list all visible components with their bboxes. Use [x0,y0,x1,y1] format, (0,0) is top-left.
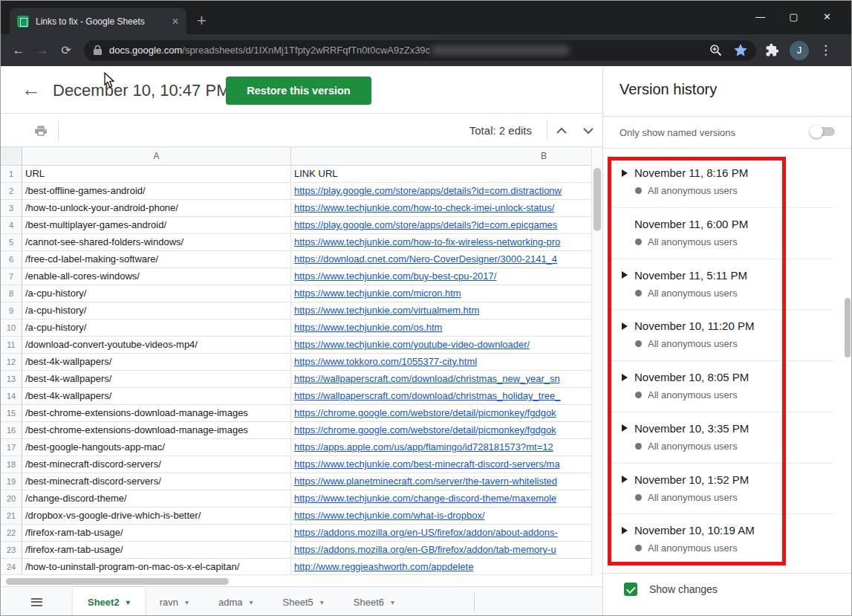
cell-url[interactable]: /best-minecraft-discord-servers/ [22,456,291,473]
cell-url[interactable]: /how-to-uninstall-program-on-mac-os-x-el… [22,559,291,574]
address-bar[interactable]: docs.google.com/spreadsheets/d/1IXnMj1Tf… [84,40,756,61]
cell-link-url[interactable]: https://www.techjunkie.com/how-to-fix-wi… [291,234,591,250]
show-changes-checkbox[interactable] [624,583,637,596]
show-changes-row[interactable]: Show changes [624,583,718,596]
cell-url[interactable]: /firefox-ram-tab-usage/ [22,525,291,541]
cell-url[interactable]: /a-cpu-history/ [22,285,291,302]
expand-triangle-icon[interactable] [622,527,628,534]
cell-link-url[interactable]: https://chrome.google.com/webstore/detai… [291,405,591,421]
previous-edit-chevron-up-icon[interactable] [556,127,568,134]
expand-triangle-icon[interactable] [622,322,628,330]
row-header[interactable]: 17 [1,439,22,455]
version-list-item[interactable]: November 11, 6:00 PM All anonymous users [608,208,833,259]
row-header[interactable]: 23 [1,542,22,558]
zoom-icon[interactable] [709,44,722,56]
cell-link-url[interactable]: http://www.reggieashworth.com/appdelete [291,559,591,574]
row-header[interactable]: 9 [1,302,22,319]
cell-link-url[interactable]: https://www.techjunkie.com/virtualmem.ht… [291,302,591,319]
select-all-corner[interactable] [1,147,22,165]
cell-url[interactable]: /best-4k-wallpapers/ [22,371,291,387]
cell-link-url[interactable]: https://play.google.com/store/apps/detai… [291,217,591,233]
maximize-button[interactable]: ▢ [777,5,810,27]
exit-history-back-icon[interactable]: ← [22,80,41,99]
tab-close-icon[interactable]: ✕ [172,16,179,27]
row-header[interactable]: 24 [1,559,22,574]
cell-link-url[interactable]: https://addons.mozilla.org/en-US/firefox… [291,525,591,541]
row-header[interactable]: 3 [1,200,22,216]
version-list-item[interactable]: November 10, 8:05 PM All anonymous users [608,361,833,412]
sheet-tab-caret-icon[interactable]: ▾ [185,598,189,606]
cell-url[interactable]: /best-offline-games-android/ [22,183,291,199]
row-header[interactable]: 2 [1,183,22,199]
version-list-item[interactable]: November 10, 10:19 AM All anonymous user… [608,514,833,565]
cell-link-url[interactable]: https://www.techjunkie.com/os.htm [291,320,591,336]
cell-link-url[interactable]: https://wallpaperscraft.com/download/chr… [291,388,591,404]
row-header[interactable]: 19 [1,473,22,490]
cell-url[interactable]: /free-cd-label-making-software/ [22,251,291,268]
cell-link-url[interactable]: https://www.techjunkie.com/how-to-check-… [291,200,591,216]
sheet-tab-caret-icon[interactable]: ▾ [126,598,130,606]
profile-avatar[interactable]: J [790,41,809,60]
cell-url[interactable]: /best-multiplayer-games-android/ [22,217,291,233]
sheet-tab-caret-icon[interactable]: ▾ [320,598,324,606]
row-header[interactable]: 14 [1,388,22,404]
cell-url[interactable]: /best-4k-wallpapers/ [22,354,291,370]
row-header[interactable]: 18 [1,456,22,473]
browser-tab[interactable]: Links to fix - Google Sheets ✕ [10,8,186,34]
row-header[interactable]: 21 [1,508,22,524]
sheet-tab[interactable]: Sheet2▾ [73,587,145,616]
cell-link-url[interactable]: https://apps.apple.com/us/app/flamingo/i… [291,439,591,455]
cell-url[interactable]: /a-cpu-history/ [22,302,291,319]
row-header[interactable]: 12 [1,354,22,370]
version-list-item[interactable]: November 11, 5:11 PM All anonymous users [608,259,833,311]
cell-url[interactable]: /firefox-ram-tab-usage/ [22,542,291,558]
named-versions-toggle[interactable] [810,124,836,139]
row-header[interactable]: 22 [1,525,22,541]
cell-url[interactable]: /best-4k-wallpapers/ [22,388,291,404]
cell-url[interactable]: /cannot-see-shared-folders-windows/ [22,234,291,250]
cell-url[interactable]: URL [22,166,291,182]
cell-link-url[interactable]: https://www.techjunkie.com/best-minecraf… [291,456,591,473]
cell-link-url[interactable]: https://download.cnet.com/Nero-CoverDesi… [291,251,591,268]
new-tab-button[interactable]: + [197,11,207,30]
reload-icon[interactable]: ⟳ [54,43,78,57]
cell-link-url[interactable]: https://play.google.com/store/apps/detai… [291,183,591,199]
sheet-tab[interactable]: ravn▾ [145,587,204,616]
version-list-item[interactable]: November 10, 11:20 PM All anonymous user… [608,310,833,361]
expand-triangle-icon[interactable] [622,476,628,483]
row-header[interactable]: 11 [1,337,22,353]
horizontal-scrollbar-thumb[interactable] [6,578,229,585]
spreadsheet-grid[interactable]: A B 1 URL LINK URL 2 /best-offline-games… [1,147,591,574]
row-header[interactable]: 7 [1,268,22,285]
cell-link-url[interactable]: https://www.tokkoro.com/1055377-city.htm… [291,354,591,370]
expand-triangle-icon[interactable] [622,424,628,432]
cell-url[interactable]: /best-minecraft-discord-servers/ [22,473,291,490]
sheet-tab[interactable]: Sheet6▾ [339,587,409,616]
restore-version-button[interactable]: Restore this version [226,77,371,105]
chrome-menu-icon[interactable]: ⋮ [819,42,832,58]
cell-link-url[interactable]: https://wallpaperscraft.com/download/chr… [291,371,591,387]
panel-scrollbar-thumb[interactable] [845,298,851,357]
forward-icon[interactable]: → [30,43,54,58]
cell-link-url[interactable]: LINK URL [291,166,591,182]
cell-link-url[interactable]: https://www.techjunkie.com/youtube-video… [291,337,591,353]
sheet-tab[interactable]: Sheet5▾ [268,587,339,616]
cell-url[interactable]: /a-cpu-history/ [22,320,291,336]
row-header[interactable]: 5 [1,234,22,250]
column-header-a[interactable]: A [22,147,291,165]
sheet-tab-caret-icon[interactable]: ▾ [250,598,253,606]
row-header[interactable]: 15 [1,405,22,421]
expand-triangle-icon[interactable] [622,271,628,279]
cell-url[interactable]: /best-chrome-extensions-download-manage-… [22,422,291,438]
print-icon[interactable] [33,124,48,138]
version-list-item[interactable]: November 10, 3:35 PM All anonymous users [608,412,833,464]
cell-url[interactable]: /change-discord-theme/ [22,490,291,507]
cell-url[interactable]: /best-chrome-extensions-download-manage-… [22,405,291,421]
horizontal-scrollbar[interactable] [1,574,591,586]
cell-link-url[interactable]: https://www.techjunkie.com/what-is-dropb… [291,508,591,524]
vertical-scrollbar[interactable] [591,147,602,577]
cell-url[interactable]: /dropbox-vs-google-drive-which-is-better… [22,508,291,524]
row-header[interactable]: 6 [1,251,22,268]
sheet-tab[interactable]: adma▾ [204,587,268,616]
next-edit-chevron-down-icon[interactable] [582,127,594,134]
